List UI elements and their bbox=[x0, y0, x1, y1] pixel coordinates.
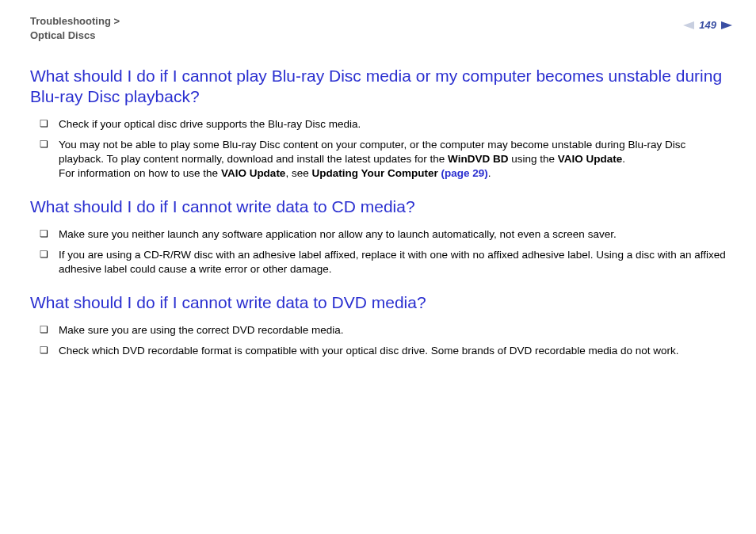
page-number: 149 bbox=[699, 19, 716, 31]
list-text: Make sure you neither launch any softwar… bbox=[59, 228, 617, 240]
list-item: Make sure you are using the correct DVD … bbox=[40, 323, 732, 338]
bullet-list: Check if your optical disc drive support… bbox=[30, 117, 732, 181]
breadcrumb-section: Troubleshooting > bbox=[30, 14, 120, 29]
section-heading: What should I do if I cannot play Blu-ra… bbox=[30, 66, 732, 108]
list-text: Check if your optical disc drive support… bbox=[59, 118, 361, 130]
list-item: Make sure you neither launch any softwar… bbox=[40, 227, 732, 242]
list-text: If you are using a CD-R/RW disc with an … bbox=[59, 249, 726, 275]
list-item: Check if your optical disc drive support… bbox=[40, 117, 732, 132]
bold-text: Updating Your Computer bbox=[311, 167, 441, 179]
list-text: Check which DVD recordable format is com… bbox=[59, 345, 679, 357]
bold-text: WinDVD BD bbox=[448, 153, 508, 165]
list-text: For information on how to use the bbox=[59, 167, 221, 179]
list-text: , see bbox=[285, 167, 311, 179]
bullet-list: Make sure you are using the correct DVD … bbox=[30, 323, 732, 358]
section-heading: What should I do if I cannot write data … bbox=[30, 292, 732, 313]
bold-text: VAIO Update bbox=[558, 153, 623, 165]
list-item: Check which DVD recordable format is com… bbox=[40, 344, 732, 358]
list-item: If you are using a CD-R/RW disc with an … bbox=[40, 248, 732, 277]
page-link[interactable]: (page 29) bbox=[441, 167, 487, 179]
bold-text: VAIO Update bbox=[221, 167, 286, 179]
list-text: Make sure you are using the correct DVD … bbox=[59, 324, 343, 336]
bullet-list: Make sure you neither launch any softwar… bbox=[30, 227, 732, 277]
prev-page-icon[interactable] bbox=[683, 21, 694, 29]
list-text: . bbox=[622, 153, 625, 165]
list-item: You may not be able to play some Blu-ray… bbox=[40, 138, 732, 181]
page-nav: 149 bbox=[683, 19, 732, 31]
breadcrumb: Troubleshooting > Optical Discs bbox=[30, 14, 120, 42]
list-text: using the bbox=[508, 153, 557, 165]
breadcrumb-page: Optical Discs bbox=[30, 29, 120, 43]
section-heading: What should I do if I cannot write data … bbox=[30, 196, 732, 217]
page-header: Troubleshooting > Optical Discs 149 bbox=[30, 14, 732, 42]
list-text: . bbox=[488, 167, 491, 179]
next-page-icon[interactable] bbox=[721, 21, 732, 29]
